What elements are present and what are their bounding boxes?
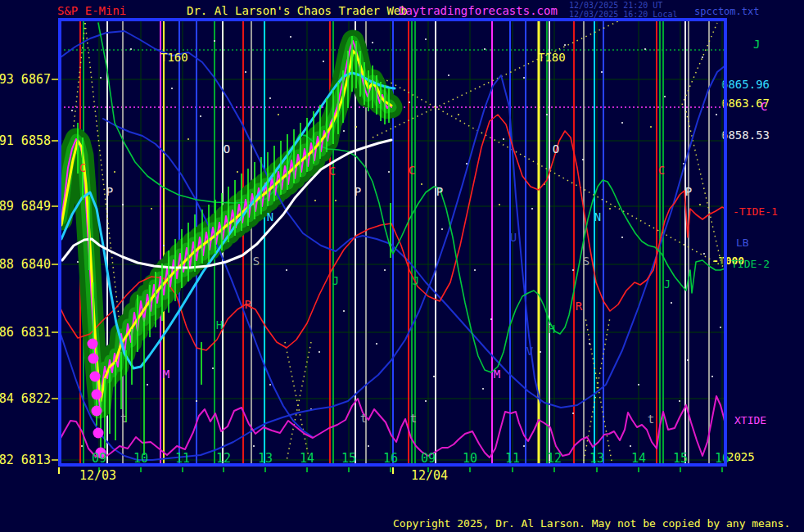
chart-letter-P: P [355,185,361,198]
chart-letter-V: V [526,345,534,358]
astro-line [348,59,725,268]
chart-letter-t: t [360,412,367,425]
chart-letter-M: M [494,367,500,381]
chart-letter-t: t [648,413,654,426]
chart-letter-S: S [583,255,589,268]
chart-letter-C: C [409,164,415,177]
ball-marker [92,390,102,400]
chart-letter-J: J [664,277,671,291]
chart-letter-C: C [658,164,665,177]
date-label: 12/04 [411,468,448,483]
y-axis-label: 286 6831 [0,325,51,340]
chart-letter-C: C [79,161,86,174]
price-chart-canvas: T160T180CCCCPPPPOONNSSUVJJJRRHHMMtttt293… [0,0,804,532]
chart-letter-T160: T160 [160,51,188,64]
astro-line [585,318,612,461]
chart-letter-t: t [120,412,127,425]
ball-marker [88,339,98,349]
chart-letter-P: P [436,185,443,198]
y-axis-label: 288 6840 [0,257,51,272]
chart-letter-O: O [224,142,230,156]
ball-marker [88,354,99,364]
chart-letter-M: M [163,367,169,381]
chart-letter-J: J [332,274,339,287]
chart-letter-R: R [245,298,252,311]
y-axis-label: 289 6849 [0,199,51,214]
y-axis-label: 293 6867 [0,72,51,87]
chart-letter-P: P [106,185,113,198]
y-axis-label: 291 6858 [0,133,51,148]
chart-letter-P: P [685,185,692,198]
y-axis-label: 284 6822 [0,391,51,406]
chart-letter-T180: T180 [538,51,566,64]
chart-letter-O: O [553,142,559,156]
chart-letter-U: U [510,231,517,244]
chart-letter-H: H [216,318,223,331]
chart-letter-S: S [253,255,260,268]
date-label: 12/03 [79,468,116,483]
y-axis-label: 282 6813 [0,453,51,467]
chart-letter-R: R [576,300,583,313]
chart-letter-t: t [410,412,417,425]
chart-letter-N: N [267,210,273,223]
chart-letter-C: C [329,165,336,178]
chart-letter-N: N [594,210,601,223]
chart-letter-J: J [413,274,419,287]
ball-marker [93,428,104,439]
ball-marker [90,372,101,382]
astro-line [682,23,717,105]
chart-letter-H: H [549,322,555,336]
chaos-trader-page: { "header": { "symbol": "S&P E-Mini", "t… [0,0,804,532]
ball-marker [92,406,102,417]
astro-line [285,342,309,461]
